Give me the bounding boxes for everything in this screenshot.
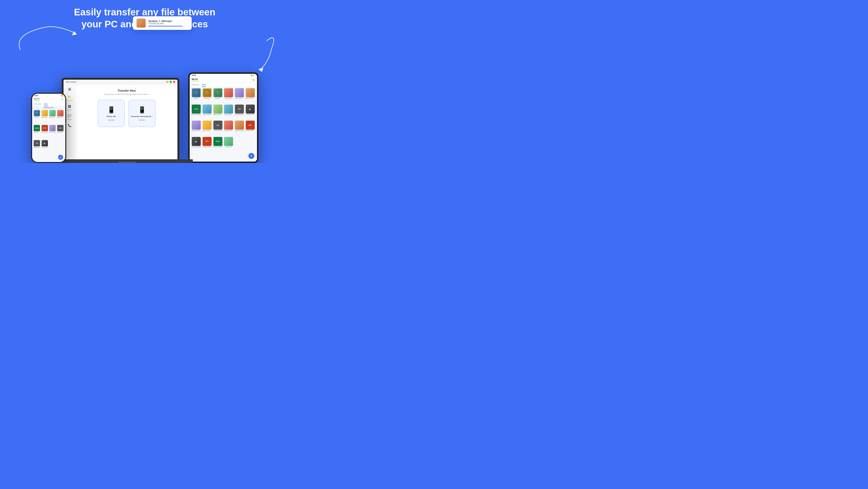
maximize-control[interactable] <box>169 81 172 83</box>
sidebar-item-screen[interactable]: 🖥 <box>67 87 72 92</box>
list-item: PPT Status_213.ppt <box>202 137 212 152</box>
popup-controls: — □ × <box>183 18 189 20</box>
list-item: image_808 All <box>49 110 56 124</box>
list-item: Image_193212.png <box>245 88 255 104</box>
device-card-samsung[interactable]: 📱 Alexander Samsung S6 ... Add files <box>128 100 156 127</box>
tab-received[interactable]: Received <box>34 103 41 106</box>
list-item: ROW Report.doc <box>57 125 64 139</box>
list-item: XLSX Products_2020867 <box>213 137 223 152</box>
list-item: Image_154231.png <box>202 121 212 136</box>
phone-files-grid: Sending... image_808 49.png image_808 Al… <box>32 109 65 155</box>
devices-container: 15:27 📶 My PC Connected ⚙ Received Sent <box>0 73 289 163</box>
sidebar-item-gallery[interactable]: 🖼 Gallery <box>67 104 72 111</box>
tablet-tab-received[interactable]: Received <box>192 84 199 87</box>
phone-status-bar: 15:27 📶 <box>32 94 65 97</box>
tablet-files-grid: Sending... Preparing... Preparing... <box>190 87 257 153</box>
list-item: XLSX Plan2022.xlsx <box>33 125 41 139</box>
list-item: PPTX Intel-spru.ppt <box>41 125 49 139</box>
list-item: Image_19112... <box>223 88 234 104</box>
transfer-thumb <box>136 19 146 28</box>
tablet-tab-sent[interactable]: Sent <box>202 84 206 87</box>
sidebar-item-file-transfer[interactable]: 📁 File Transfer <box>66 94 73 101</box>
restore-icon[interactable]: □ <box>186 18 187 20</box>
list-item: AVI File_21001399971 <box>235 105 245 120</box>
tablet-wrapper: 10:00 📶🔋 My PC Connected ⚙ Received Sent <box>188 73 258 163</box>
list-item: Image_193113.png <box>235 88 245 104</box>
tablet-settings-icon[interactable]: ⚙ <box>252 79 255 82</box>
transfer-progress-fill <box>148 26 182 27</box>
samsung-icon: 📱 <box>138 106 146 114</box>
laptop-body: 🖥 📁 File Transfer 🖼 Gallery 💬 Mess <box>64 84 178 159</box>
list-item: image_808 All <box>57 110 64 124</box>
phone-wrapper: 15:27 📶 My PC Connected ⚙ Received Sent <box>31 93 66 163</box>
settings-icon[interactable]: ⚙ <box>61 98 63 101</box>
laptop-screen: Intel Unison 🖥 📁 <box>64 80 178 159</box>
phone-app-header: My PC Connected ⚙ <box>32 97 65 102</box>
laptop-device: Intel Unison 🖥 📁 <box>62 78 179 159</box>
tablet-send-button[interactable]: ➤ <box>248 153 254 159</box>
laptop-main-sub: Drag & drop or add files to transfer the… <box>104 93 149 95</box>
list-item: AVI Mediassh.avi <box>33 140 41 154</box>
minimize-control[interactable] <box>166 81 168 83</box>
list-item: Screen-Shot <box>49 125 56 139</box>
phone-tabs: Received Sent <box>32 102 65 106</box>
transfer-status: Transferring 86% <box>148 22 188 25</box>
list-item: Image613_23.jpeg <box>235 121 245 136</box>
list-item: Sending... <box>33 110 41 124</box>
device-cards: 📱 iPhone XR Add files 📱 Alexander Samsun… <box>98 100 156 127</box>
list-item: PPT Monthly plan04.ppt <box>245 121 255 136</box>
tablet-app-header: My PC Connected ⚙ <box>190 77 257 83</box>
close-control[interactable] <box>173 81 175 83</box>
laptop-titlebar: Intel Unison <box>64 80 178 84</box>
laptop-base <box>62 159 193 163</box>
minimize-icon[interactable]: — <box>183 18 185 20</box>
tablet-tabs: Received Sent <box>190 83 257 87</box>
phone-sending-bar: Sending 4 files <box>32 106 65 109</box>
tablet-screen: 10:00 📶🔋 My PC Connected ⚙ Received Sent <box>190 74 257 162</box>
mouse-cursor <box>134 87 137 91</box>
laptop-main-title: Transfer files <box>118 89 136 92</box>
list-item: image_808 49.png <box>41 110 49 124</box>
phone-device: 15:27 📶 My PC Connected ⚙ Received Sent <box>31 93 66 163</box>
tablet-device: 10:00 📶🔋 My PC Connected ⚙ Received Sent <box>188 73 258 163</box>
iphone-icon: 📱 <box>107 106 115 114</box>
list-item: 2022-05...87 <box>223 137 234 152</box>
phone-screen: 15:27 📶 My PC Connected ⚙ Received Sent <box>32 94 65 162</box>
list-item: Preparing... <box>202 88 212 104</box>
device-card-iphone[interactable]: 📱 iPhone XR Add files <box>98 100 125 127</box>
list-item: Screenshots_20250 <box>223 121 234 136</box>
tab-sent[interactable]: Sent <box>44 103 48 106</box>
transfer-progress-bar <box>148 26 188 27</box>
list-item: AVI Travel_42123.av <box>213 121 223 136</box>
list-item: Image_204103.png <box>223 105 234 120</box>
phone-send-button[interactable]: ➤ <box>58 155 63 160</box>
tablet-status-bar: 10:00 📶🔋 <box>190 74 257 77</box>
transfer-info: Vacation_7_2023.mp4 Transferring 86% <box>148 20 188 27</box>
close-icon[interactable]: × <box>188 18 189 20</box>
svg-marker-0 <box>72 31 77 35</box>
laptop-wrapper: Intel Unison 🖥 📁 <box>62 78 193 163</box>
list-item: Preparing... <box>213 88 223 104</box>
list-item: 2022-05...87.mp4 <box>245 105 255 120</box>
svg-marker-1 <box>258 68 264 72</box>
sidebar-item-calls[interactable]: 📞 <box>67 123 72 128</box>
sidebar-item-messages[interactable]: 💬 Messages <box>67 113 72 120</box>
list-item: Image_1940nes.j <box>202 105 212 120</box>
list-item: Image_203932.jpeg <box>213 105 223 120</box>
transfer-popup: Vacation_7_2023.mp4 Transferring 86% — □… <box>133 16 192 30</box>
transfer-filename: Vacation_7_2023.mp4 <box>148 20 188 22</box>
list-item: Promo.mp4 <box>41 140 49 154</box>
laptop-main-content: Transfer files Drag & drop or add files … <box>76 84 178 159</box>
